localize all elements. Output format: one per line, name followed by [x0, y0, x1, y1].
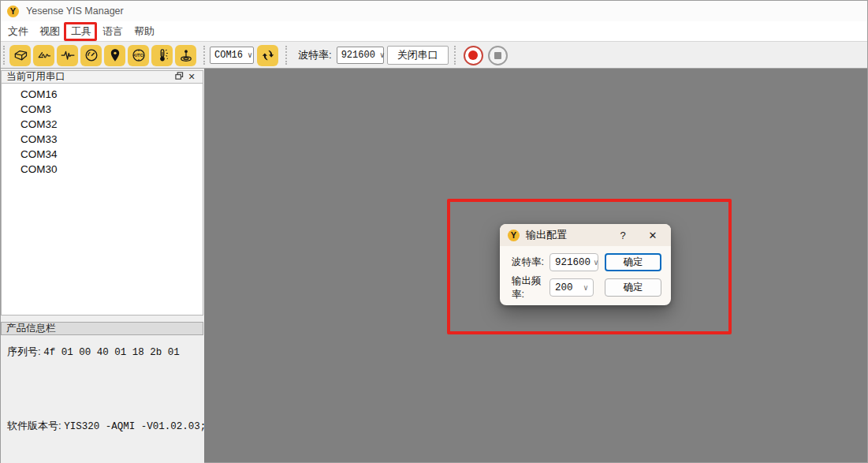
close-icon: ✕ [188, 72, 195, 82]
chevron-down-icon: ∨ [583, 283, 588, 293]
chevron-down-icon: ∨ [248, 50, 252, 60]
thermometer-icon [155, 47, 170, 63]
cube-3d-view-button[interactable] [9, 45, 31, 66]
joystick-icon [178, 47, 194, 63]
menu-bar: 文件 视图 工具 语言 帮助 [1, 21, 867, 42]
software-version-line: 软件版本号: YIS320 -AQMI -V01.02.03; [7, 419, 197, 433]
serial-port-list: COM16 COM3 COM32 COM33 COM34 COM30 [1, 84, 203, 316]
toolbar-handle[interactable] [3, 46, 7, 65]
menu-item-file[interactable]: 文件 [2, 23, 34, 40]
signal-waveform-icon [60, 47, 76, 63]
menu-item-tools[interactable]: 工具 [65, 23, 97, 40]
location-button[interactable] [104, 45, 125, 66]
list-item-com16[interactable]: COM16 [2, 87, 203, 102]
info-panel-header: 产品信息栏 [1, 322, 203, 335]
baud-rate-select[interactable]: 921600 ∨ [337, 47, 384, 64]
refresh-ports-button[interactable] [257, 45, 278, 66]
location-pin-icon [107, 47, 123, 63]
dialog-close-button[interactable]: ✕ [643, 230, 663, 241]
utc-clock-icon: UTC [131, 47, 147, 63]
output-config-dialog: Y 输出配置 ? ✕ 波特率: 921600 ∨ 确定 输出频率: 200 ∨ … [500, 224, 671, 305]
chevron-down-icon: ∨ [594, 258, 598, 267]
app-window: Y Yesense YIS Manager 文件 视图 工具 语言 帮助 [0, 0, 868, 463]
baud-rate-value: 921600 [341, 50, 375, 61]
baud-rate-label: 波特率: [298, 48, 332, 62]
ports-panel-title: 当前可用串口 [6, 70, 65, 84]
stop-icon [494, 52, 501, 59]
dialog-baud-label: 波特率: [512, 256, 549, 269]
window-title: Yesense YIS Manager [26, 6, 124, 17]
output-frequency-row: 输出频率: 200 ∨ 确定 [512, 278, 661, 297]
software-version-label: 软件版本号: [7, 420, 61, 431]
refresh-icon [261, 48, 275, 62]
frequency-ok-button[interactable]: 确定 [605, 278, 661, 297]
dialog-frequency-value: 200 [555, 282, 573, 293]
joystick-button[interactable] [175, 45, 196, 66]
info-panel-content: 序列号: 4f 01 00 40 01 18 2b 01 软件版本号: YIS3… [1, 335, 203, 463]
serial-number-line: 序列号: 4f 01 00 40 01 18 2b 01 [7, 345, 197, 359]
list-item-com32[interactable]: COM32 [2, 117, 203, 132]
dialog-baud-value: 921600 [555, 257, 590, 268]
menu-item-view[interactable]: 视图 [34, 23, 65, 40]
float-icon [175, 71, 184, 83]
dialog-frequency-select[interactable]: 200 ∨ [549, 278, 594, 297]
close-serial-port-button[interactable]: 关闭串口 [387, 46, 449, 65]
record-button[interactable] [464, 46, 483, 65]
list-item-com30[interactable]: COM30 [2, 162, 203, 177]
dialog-frequency-label: 输出频率: [512, 274, 549, 301]
left-dock: 当前可用串口 ✕ COM16 COM3 COM32 COM33 COM34 CO… [1, 69, 204, 463]
close-panel-button[interactable]: ✕ [185, 72, 198, 83]
info-panel-title: 产品信息栏 [6, 322, 56, 335]
waveform-button[interactable] [57, 45, 78, 66]
gauge-icon [84, 47, 99, 63]
baud-ok-button[interactable]: 确定 [605, 253, 661, 271]
list-item-com3[interactable]: COM3 [2, 102, 203, 117]
record-icon [468, 50, 478, 60]
stop-button[interactable] [488, 46, 508, 65]
baud-rate-row: 波特率: 921600 ∨ 确定 [512, 253, 661, 271]
gauge-button[interactable] [80, 45, 102, 66]
attitude-angle-wave-icon [36, 47, 52, 63]
com-port-value: COM16 [214, 50, 243, 61]
toolbar-handle[interactable] [285, 46, 289, 65]
toolbar-handle[interactable] [203, 46, 207, 65]
menu-item-help[interactable]: 帮助 [129, 23, 160, 40]
utc-clock-button[interactable]: UTC [128, 45, 149, 66]
dialog-title-bar: Y 输出配置 ? ✕ [500, 224, 671, 246]
thermometer-button[interactable] [151, 45, 173, 66]
attitude-wave-button[interactable] [33, 45, 54, 66]
title-bar: Y Yesense YIS Manager [1, 1, 867, 21]
software-version-value: YIS320 -AQMI -V01.02.03; [64, 421, 206, 432]
yesense-logo-icon: Y [7, 6, 19, 17]
svg-text:UTC: UTC [134, 53, 143, 58]
list-item-com33[interactable]: COM33 [2, 132, 203, 147]
chevron-down-icon: ∨ [380, 50, 385, 60]
com-port-select[interactable]: COM16 ∨ [210, 47, 254, 64]
toolbar-handle[interactable] [454, 46, 458, 65]
cube-3d-icon [13, 47, 28, 63]
toolbar: UTC [1, 43, 867, 69]
serial-number-label: 序列号: [7, 345, 41, 357]
serial-number-value: 4f 01 00 40 01 18 2b 01 [43, 347, 180, 358]
float-panel-button[interactable] [173, 72, 185, 83]
list-item-com34[interactable]: COM34 [2, 147, 203, 162]
menu-item-language[interactable]: 语言 [97, 23, 129, 40]
yesense-logo-icon: Y [508, 230, 520, 241]
dialog-title: 输出配置 [526, 228, 614, 242]
dialog-baud-select[interactable]: 921600 ∨ [549, 253, 598, 271]
ports-panel-header: 当前可用串口 ✕ [1, 70, 203, 84]
dialog-help-button[interactable]: ? [614, 230, 631, 241]
